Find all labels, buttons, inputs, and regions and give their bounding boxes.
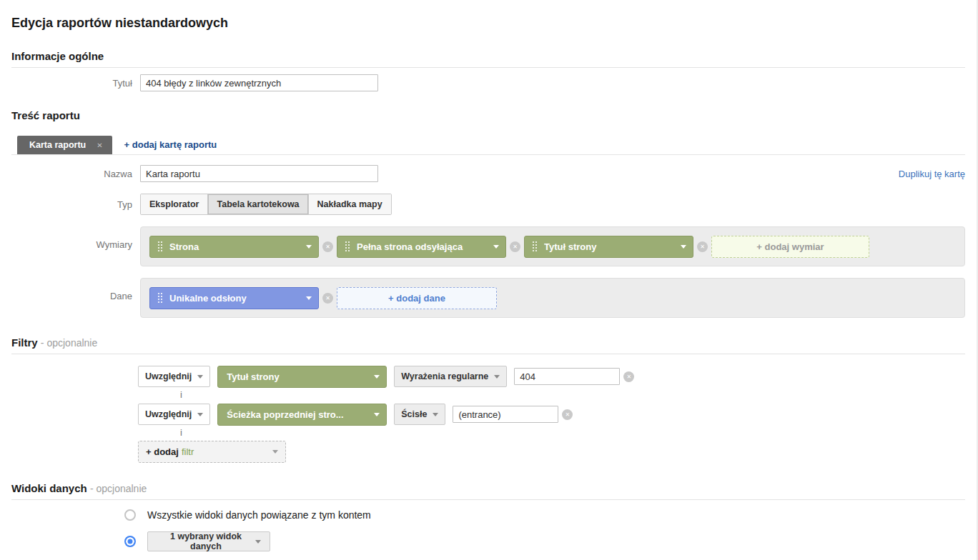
metric-chip-unikalne-odslony[interactable]: Unikalne odsłony: [149, 287, 319, 309]
remove-icon[interactable]: ✕: [510, 241, 520, 252]
chevron-down-icon: [494, 375, 500, 379]
chevron-down-icon: [306, 296, 312, 300]
drag-handle-icon[interactable]: [157, 292, 163, 304]
filter-value-input[interactable]: [514, 368, 620, 385]
name-label: Nazwa: [11, 169, 140, 179]
metrics-row: Dane Unikalne odsłony ✕ + dodaj dane: [11, 278, 965, 318]
remove-icon[interactable]: ✕: [562, 409, 573, 420]
filter-mode-dropdown[interactable]: Uwzględnij: [138, 404, 210, 425]
filter-match-label: Wyrażenia regularne: [401, 371, 488, 381]
edit-custom-report-page: Edycja raportów niestandardowych Informa…: [0, 0, 977, 560]
add-filter-word: filtr: [182, 446, 194, 457]
selected-views-label: 1 wybrany widok danych: [157, 531, 255, 551]
remove-icon[interactable]: ✕: [697, 241, 708, 252]
add-filter-prefix: + dodaj: [146, 446, 179, 457]
remove-icon[interactable]: ✕: [322, 241, 333, 252]
filter-row: Uwzględnij Tytuł strony Wyrażenia regula…: [138, 365, 965, 388]
filter-field-label: Tytuł strony: [227, 371, 370, 382]
filter-and-connector: i: [180, 390, 965, 400]
page-title: Edycja raportów niestandardowych: [11, 16, 965, 31]
radio-all-views-label: Wszystkie widoki danych powiązane z tym …: [147, 509, 371, 521]
add-dimension-button[interactable]: + dodaj wymiar: [711, 236, 869, 258]
card-name-row: Nazwa Duplikuj tę kartę: [11, 165, 965, 182]
filter-mode-label: Uwzględnij: [145, 409, 192, 419]
general-info-heading: Informacje ogólne: [11, 50, 965, 68]
selected-views-dropdown[interactable]: 1 wybrany widok danych: [147, 531, 270, 551]
type-label: Typ: [11, 199, 140, 210]
title-label: Tytuł: [11, 78, 140, 89]
type-option-eksplorator[interactable]: Eksplorator: [141, 194, 208, 214]
filter-mode-dropdown[interactable]: Uwzględnij: [138, 366, 210, 387]
filter-and-connector: i: [180, 428, 965, 438]
views-option-selected-row: 1 wybrany widok danych: [124, 531, 965, 551]
filters-heading: Filtry - opcjonalnie: [11, 336, 965, 354]
dimensions-tray: Strona ✕ Pełna strona odsyłająca ✕ Tytuł…: [140, 226, 965, 266]
filter-match-dropdown[interactable]: Ścisłe: [394, 404, 445, 425]
close-icon[interactable]: ✕: [97, 141, 102, 149]
report-title-input[interactable]: [140, 74, 378, 91]
tab-label: Karta raportu: [29, 140, 86, 150]
filter-value-input[interactable]: [453, 406, 558, 423]
section-filters: Filtry - opcjonalnie Uwzględnij Tytuł st…: [11, 336, 965, 463]
chevron-down-icon: [197, 413, 203, 416]
type-option-nakladka-mapy[interactable]: Nakładka mapy: [309, 194, 391, 214]
chevron-down-icon: [433, 413, 438, 416]
card-name-input[interactable]: [140, 165, 378, 182]
filters-heading-suffix: - opcjonalnie: [41, 337, 97, 349]
views-heading-suffix: - opcjonalnie: [90, 483, 147, 494]
views-body: Wszystkie widoki danych powiązane z tym …: [124, 509, 965, 551]
chevron-down-icon: [374, 413, 380, 416]
metrics-label: Dane: [11, 278, 140, 301]
type-option-tabela-kartotekowa[interactable]: Tabela kartotekowa: [208, 194, 308, 214]
add-report-tab-link[interactable]: + dodaj kartę raportu: [124, 139, 217, 150]
chevron-down-icon: [255, 540, 261, 544]
chip-label: Pełna strona odsyłająca: [357, 241, 489, 252]
chip-label: Tytuł strony: [544, 241, 676, 252]
filter-mode-label: Uwzględnij: [145, 371, 192, 381]
chevron-down-icon: [197, 375, 203, 379]
filters-body: Uwzględnij Tytuł strony Wyrażenia regula…: [138, 365, 965, 463]
dimensions-row: Wymiary Strona ✕ Pełna strona odsyłająca…: [11, 226, 965, 266]
views-option-all-row: Wszystkie widoki danych powiązane z tym …: [124, 509, 965, 521]
section-views: Widoki danych - opcjonalnie Wszystkie wi…: [11, 482, 965, 551]
filters-heading-text: Filtry: [11, 336, 38, 349]
drag-handle-icon[interactable]: [345, 241, 350, 252]
report-tab-card: Nazwa Duplikuj tę kartę Typ Eksplorator …: [11, 155, 965, 318]
chip-label: Unikalne odsłony: [169, 293, 302, 304]
report-title-row: Tytuł: [11, 74, 965, 91]
type-segmented-control: Eksplorator Tabela kartotekowa Nakładka …: [140, 194, 392, 215]
chevron-down-icon: [493, 245, 499, 249]
add-metric-button[interactable]: + dodaj dane: [337, 287, 497, 309]
drag-handle-icon[interactable]: [532, 241, 538, 252]
views-heading-text: Widoki danych: [11, 482, 87, 494]
chevron-down-icon: [681, 245, 686, 249]
filter-field-dropdown[interactable]: Ścieżka poprzedniej stro...: [217, 404, 387, 426]
dimensions-label: Wymiary: [11, 226, 140, 250]
drag-handle-icon[interactable]: [157, 241, 163, 252]
filter-match-label: Ścisłe: [401, 409, 427, 419]
metrics-tray: Unikalne odsłony ✕ + dodaj dane: [140, 278, 965, 318]
card-type-row: Typ Eksplorator Tabela kartotekowa Nakła…: [11, 194, 965, 215]
chevron-down-icon: [374, 375, 380, 379]
dimension-chip-pelna-strona[interactable]: Pełna strona odsyłająca: [337, 236, 506, 258]
report-content-heading: Treść raportu: [11, 109, 965, 126]
add-filter-button[interactable]: + dodaj filtr: [138, 441, 286, 463]
report-tabstrip: Karta raportu ✕ + dodaj kartę raportu: [11, 136, 965, 155]
remove-icon[interactable]: ✕: [322, 293, 333, 304]
views-heading: Widoki danych - opcjonalnie: [11, 482, 965, 500]
section-report-content: Treść raportu Karta raportu ✕ + dodaj ka…: [11, 109, 965, 318]
chip-label: Strona: [169, 241, 302, 252]
duplicate-card-link[interactable]: Duplikuj tę kartę: [899, 169, 965, 179]
dimension-chip-tytul-strony[interactable]: Tytuł strony: [524, 236, 693, 258]
chevron-down-icon: [306, 245, 312, 249]
radio-selected-views[interactable]: [124, 536, 136, 547]
chevron-down-icon: [272, 450, 278, 454]
tab-karta-raportu[interactable]: Karta raportu ✕: [17, 136, 112, 154]
filter-match-dropdown[interactable]: Wyrażenia regularne: [394, 366, 507, 387]
section-general-info: Informacje ogólne Tytuł: [11, 50, 965, 91]
dimension-chip-strona[interactable]: Strona: [149, 236, 319, 258]
filter-field-dropdown[interactable]: Tytuł strony: [217, 366, 387, 388]
filter-field-label: Ścieżka poprzedniej stro...: [227, 409, 370, 420]
remove-icon[interactable]: ✕: [623, 371, 634, 382]
radio-all-views[interactable]: [124, 509, 136, 521]
